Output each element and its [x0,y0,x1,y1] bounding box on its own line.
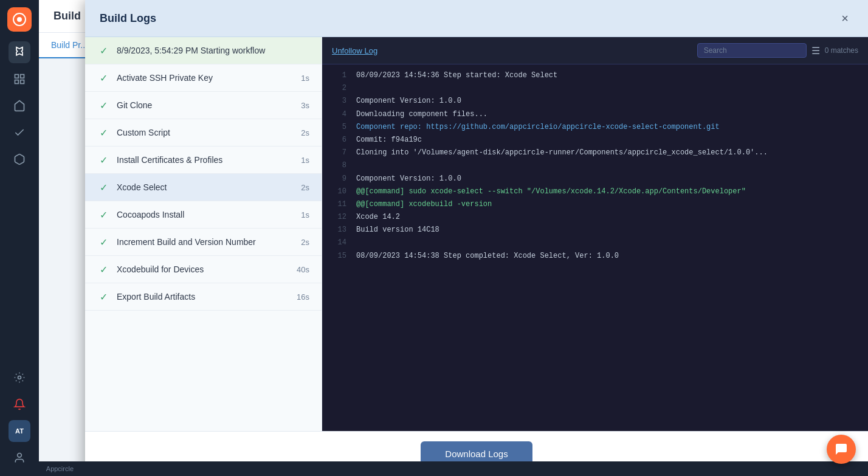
modal-title: Build Logs [100,12,156,25]
step-item-increment-build[interactable]: ✓ Increment Build and Version Number 2s [85,229,322,256]
step-label: Xcode Select [117,182,294,192]
status-app-label: Appcircle [46,465,74,472]
step-duration: 2s [301,238,309,247]
unfollow-log-button[interactable]: Unfollow Log [332,46,377,55]
log-line-text: Component Version: 1.0.0 [356,95,461,107]
step-check-icon: ✓ [97,44,109,57]
step-item-xcodebuild-devices[interactable]: ✓ Xcodebuild for Devices 40s [85,256,322,283]
modal-body: ✓ 8/9/2023, 5:54:29 PM Starting workflow… [85,37,868,431]
step-label: Activate SSH Private Key [117,73,294,83]
step-duration: 2s [301,183,309,192]
log-line-number: 10 [332,186,346,198]
svg-rect-3 [21,75,24,78]
log-line-number: 5 [332,122,346,133]
log-line: 14 [322,236,868,249]
log-line-text: Commit: f94a19c [356,134,422,146]
log-line-number: 2 [332,83,346,94]
step-label: Custom Script [117,128,294,137]
close-button[interactable]: × [836,10,853,27]
log-line: 9Component Version: 1.0.0 [322,173,868,185]
log-panel: Unfollow Log ☰ 0 matches 108/09/2023 14:… [322,37,868,431]
sidebar-item-history[interactable] [9,95,30,117]
svg-point-1 [17,17,22,22]
log-line-number: 15 [332,250,346,262]
log-line-number: 12 [332,212,346,223]
svg-point-6 [18,376,21,379]
log-matches-count: 0 matches [825,46,858,55]
log-line-number: 13 [332,224,346,236]
log-line-number: 4 [332,109,346,120]
sidebar-item-env[interactable] [9,68,30,90]
step-label: Cocoapods Install [117,210,294,219]
step-item-cocoapods[interactable]: ✓ Cocoapods Install 1s [85,201,322,229]
log-line-text: Downloading component files... [356,109,487,120]
step-check-icon: ✓ [97,154,109,166]
app-logo[interactable] [7,7,32,32]
step-label: 8/9/2023, 5:54:29 PM Starting workflow [117,46,309,55]
step-label: Git Clone [117,100,294,110]
log-line: 1508/09/2023 14:54:38 Step completed: Xc… [322,250,868,263]
modal-header: Build Logs × [85,0,868,37]
sidebar-item-user-at[interactable]: AT [9,420,30,442]
chat-bubble-button[interactable] [827,435,856,464]
log-line: 11@@[command] xcodebuild -version [322,198,868,211]
step-item-custom-script[interactable]: ✓ Custom Script 2s [85,119,322,147]
step-check-icon: ✓ [97,99,109,111]
log-menu-icon[interactable]: ☰ [811,45,820,57]
step-duration: 3s [301,101,309,110]
log-line-number: 9 [332,173,346,185]
log-line-number: 7 [332,147,346,159]
sidebar-item-test[interactable] [9,122,30,143]
step-duration: 16s [297,292,309,302]
log-line-text: Build version 14C18 [356,224,439,236]
step-item-workflow-start[interactable]: ✓ 8/9/2023, 5:54:29 PM Starting workflow [85,37,322,64]
sidebar-item-settings[interactable] [9,367,30,388]
sidebar-item-notifications[interactable] [9,393,30,415]
log-line: 8 [322,159,868,172]
step-label: Install Certificates & Profiles [117,155,294,165]
log-line: 12Xcode 14.2 [322,211,868,224]
log-line: 4Downloading component files... [322,108,868,121]
log-content: 108/09/2023 14:54:36 Step started: Xcode… [322,64,868,431]
step-label: Xcodebuild for Devices [117,264,289,274]
log-line: 3Component Version: 1.0.0 [322,95,868,108]
sidebar-item-build[interactable] [9,41,30,63]
log-line-number: 11 [332,199,346,210]
svg-rect-5 [21,80,24,84]
step-item-activate-ssh[interactable]: ✓ Activate SSH Private Key 1s [85,64,322,92]
log-line-text: 08/09/2023 14:54:38 Step completed: Xcod… [356,250,619,262]
sidebar-item-user-profile[interactable] [9,447,30,469]
step-check-icon: ✓ [97,126,109,139]
step-duration: 2s [301,128,309,137]
log-line-number: 14 [332,237,346,249]
log-line-number: 8 [332,160,346,171]
log-line-text: @@[command] sudo xcode-select --switch "… [356,186,746,198]
log-line: 108/09/2023 14:54:36 Step started: Xcode… [322,69,868,82]
step-label: Increment Build and Version Number [117,237,294,247]
step-item-git-clone[interactable]: ✓ Git Clone 3s [85,92,322,119]
step-check-icon: ✓ [97,72,109,84]
step-duration: 40s [297,265,309,274]
step-duration: 1s [301,74,309,83]
log-line-text: 08/09/2023 14:54:36 Step started: Xcode … [356,70,557,81]
log-line: 13Build version 14C18 [322,224,868,236]
svg-point-7 [18,454,22,458]
log-line-text: Component repo: https://github.com/appci… [356,122,720,133]
step-check-icon: ✓ [97,291,109,303]
log-line: 5Component repo: https://github.com/appc… [322,121,868,134]
sidebar-item-deploy[interactable] [9,148,30,170]
log-line-text: @@[command] xcodebuild -version [356,199,492,210]
step-duration: 1s [301,156,309,165]
log-line-number: 6 [332,134,346,146]
log-search-input[interactable] [697,43,807,58]
step-check-icon: ✓ [97,209,109,221]
status-bar: Online Appcircle [0,461,868,476]
log-line-text: Component Version: 1.0.0 [356,173,461,185]
step-item-install-certs[interactable]: ✓ Install Certificates & Profiles 1s [85,147,322,174]
log-line: 7Cloning into '/Volumes/agent-disk/appci… [322,147,868,159]
log-line-number: 3 [332,95,346,107]
step-item-xcode-select[interactable]: ✓ Xcode Select 2s [85,174,322,201]
log-line: 10@@[command] sudo xcode-select --switch… [322,185,868,198]
step-item-export-artifacts[interactable]: ✓ Export Build Artifacts 16s [85,283,322,311]
log-line-number: 1 [332,70,346,81]
